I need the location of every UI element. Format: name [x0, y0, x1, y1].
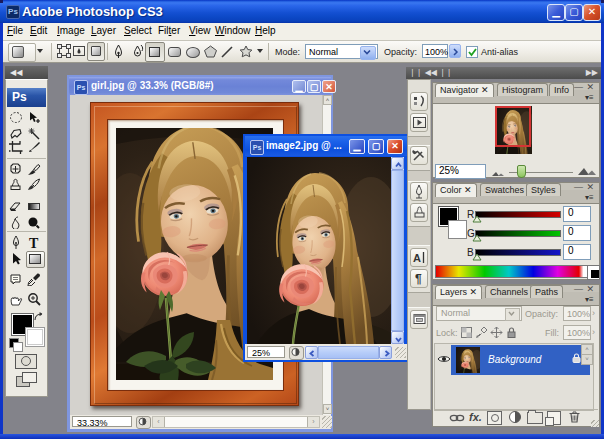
svg-text:¶: ¶ — [415, 272, 422, 286]
svg-text:T: T — [29, 236, 39, 249]
svg-text:A: A — [413, 252, 421, 264]
